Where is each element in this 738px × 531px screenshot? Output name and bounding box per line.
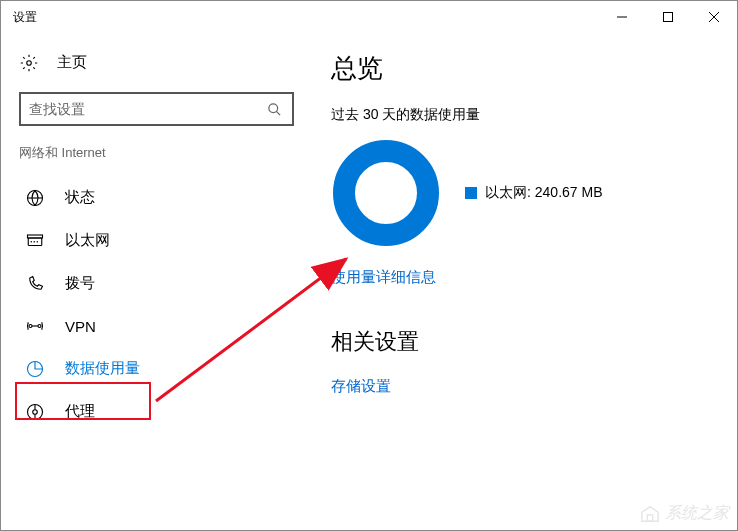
home-button[interactable]: 主页 xyxy=(19,45,311,80)
sidebar: 主页 网络和 Internet 状态 以太网 xyxy=(1,33,311,530)
sidebar-item-status[interactable]: 状态 xyxy=(19,176,311,219)
globe-icon xyxy=(25,189,45,207)
usage-details-link[interactable]: 使用量详细信息 xyxy=(331,268,436,287)
minimize-button[interactable] xyxy=(599,1,645,33)
data-usage-chart xyxy=(331,138,441,248)
vpn-icon xyxy=(25,317,45,335)
svg-point-14 xyxy=(29,325,32,328)
sidebar-item-proxy[interactable]: 代理 xyxy=(19,390,311,433)
watermark: 系统之家 xyxy=(639,503,729,524)
sidebar-item-ethernet[interactable]: 以太网 xyxy=(19,219,311,262)
svg-rect-1 xyxy=(664,13,673,22)
svg-line-6 xyxy=(276,111,280,115)
svg-point-18 xyxy=(33,409,38,414)
sidebar-item-vpn[interactable]: VPN xyxy=(19,305,311,347)
sidebar-item-label: VPN xyxy=(65,318,96,335)
sidebar-item-label: 数据使用量 xyxy=(65,359,140,378)
legend-swatch xyxy=(465,187,477,199)
sidebar-item-label: 状态 xyxy=(65,188,95,207)
svg-rect-10 xyxy=(28,235,43,238)
search-box[interactable] xyxy=(19,92,294,126)
sidebar-item-label: 拨号 xyxy=(65,274,95,293)
sidebar-item-data-usage[interactable]: 数据使用量 xyxy=(19,347,311,390)
home-label: 主页 xyxy=(57,53,87,72)
related-settings-title: 相关设置 xyxy=(331,327,717,357)
category-label: 网络和 Internet xyxy=(19,144,311,162)
chart-legend: 以太网: 240.67 MB xyxy=(465,184,603,202)
page-title: 总览 xyxy=(331,51,717,86)
svg-rect-9 xyxy=(28,238,42,246)
gear-icon xyxy=(19,54,39,72)
sidebar-item-label: 以太网 xyxy=(65,231,110,250)
legend-label: 以太网: 240.67 MB xyxy=(485,184,603,202)
maximize-button[interactable] xyxy=(645,1,691,33)
svg-point-4 xyxy=(27,60,32,65)
sidebar-item-label: 代理 xyxy=(65,402,95,421)
subtitle: 过去 30 天的数据使用量 xyxy=(331,106,717,124)
svg-point-5 xyxy=(268,103,277,112)
sidebar-item-dialup[interactable]: 拨号 xyxy=(19,262,311,305)
phone-icon xyxy=(25,275,45,293)
svg-rect-24 xyxy=(647,514,652,520)
main-content: 总览 过去 30 天的数据使用量 以太网: 240.67 MB 使用量详细信息 … xyxy=(311,33,737,530)
proxy-icon xyxy=(25,403,45,421)
close-button[interactable] xyxy=(691,1,737,33)
search-icon[interactable] xyxy=(264,99,284,119)
storage-settings-link[interactable]: 存储设置 xyxy=(331,377,391,394)
window-title: 设置 xyxy=(13,9,37,26)
svg-point-21 xyxy=(344,151,428,235)
ethernet-icon xyxy=(25,232,45,250)
svg-point-15 xyxy=(38,325,41,328)
pie-chart-icon xyxy=(25,360,45,378)
search-input[interactable] xyxy=(29,101,264,117)
